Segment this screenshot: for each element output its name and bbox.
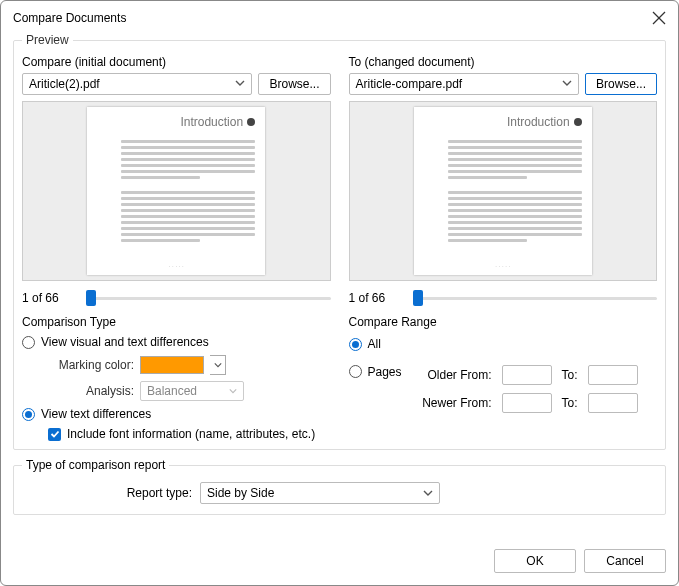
analysis-label: Analysis:	[48, 384, 134, 398]
text-diff-radio[interactable]	[22, 408, 35, 421]
visual-text-radio[interactable]	[22, 336, 35, 349]
chevron-down-icon	[235, 77, 245, 91]
older-from-input[interactable]	[502, 365, 552, 385]
page-heading: Introduction	[180, 115, 243, 129]
text-diff-label: View text differences	[41, 407, 151, 421]
compare-thumbnail[interactable]: Introduction · · · · ·	[22, 101, 331, 281]
to-file-value: Ariticle-compare.pdf	[356, 77, 463, 91]
range-pages-radio[interactable]	[349, 365, 362, 378]
compare-page-indicator: 1 of 66	[22, 291, 80, 305]
range-pages-label: Pages	[368, 365, 402, 379]
older-to-input[interactable]	[588, 365, 638, 385]
marking-color-label: Marking color:	[48, 358, 134, 372]
report-type-value: Side by Side	[207, 486, 274, 500]
to-page-slider[interactable]	[413, 289, 658, 307]
marking-color-dropdown[interactable]	[210, 355, 226, 375]
report-type-select[interactable]: Side by Side	[200, 482, 440, 504]
visual-text-label: View visual and text differences	[41, 335, 209, 349]
page-heading: Introduction	[507, 115, 570, 129]
dialog-title: Compare Documents	[13, 11, 126, 25]
compare-label: Compare (initial document)	[22, 55, 331, 69]
range-all-radio[interactable]	[349, 338, 362, 351]
compare-range-legend: Compare Range	[349, 315, 658, 329]
chevron-down-icon	[562, 77, 572, 91]
older-from-label: Older From:	[408, 368, 492, 382]
compare-page-slider[interactable]	[86, 289, 331, 307]
close-icon[interactable]	[652, 11, 666, 25]
compare-file-select[interactable]: Ariticle(2).pdf	[22, 73, 252, 95]
newer-to-label: To:	[562, 396, 578, 410]
to-file-select[interactable]: Ariticle-compare.pdf	[349, 73, 579, 95]
include-font-checkbox[interactable]	[48, 428, 61, 441]
ok-button[interactable]: OK	[494, 549, 576, 573]
logo-icon	[247, 118, 255, 126]
logo-icon	[574, 118, 582, 126]
newer-from-label: Newer From:	[408, 396, 492, 410]
marking-color-swatch[interactable]	[140, 356, 204, 374]
to-label: To (changed document)	[349, 55, 658, 69]
analysis-value: Balanced	[147, 384, 197, 398]
to-side: To (changed document) Ariticle-compare.p…	[349, 55, 658, 307]
report-group: Type of comparison report Report type: S…	[13, 458, 666, 515]
comparison-type-group: Comparison Type View visual and text dif…	[22, 315, 331, 441]
to-browse-button[interactable]: Browse...	[585, 73, 657, 95]
preview-legend: Preview	[22, 33, 73, 47]
compare-file-value: Ariticle(2).pdf	[29, 77, 100, 91]
newer-to-input[interactable]	[588, 393, 638, 413]
preview-group: Preview Compare (initial document) Ariti…	[13, 33, 666, 450]
older-to-label: To:	[562, 368, 578, 382]
analysis-select[interactable]: Balanced	[140, 381, 244, 401]
to-thumbnail[interactable]: Introduction · · · · ·	[349, 101, 658, 281]
include-font-label: Include font information (name, attribut…	[67, 427, 315, 441]
report-type-label: Report type:	[22, 486, 192, 500]
compare-side: Compare (initial document) Ariticle(2).p…	[22, 55, 331, 307]
compare-range-group: Compare Range All Pages Older From: To:	[349, 315, 658, 441]
compare-browse-button[interactable]: Browse...	[258, 73, 330, 95]
to-page-indicator: 1 of 66	[349, 291, 407, 305]
range-all-label: All	[368, 337, 381, 351]
report-legend: Type of comparison report	[22, 458, 169, 472]
cancel-button[interactable]: Cancel	[584, 549, 666, 573]
comparison-type-legend: Comparison Type	[22, 315, 331, 329]
newer-from-input[interactable]	[502, 393, 552, 413]
